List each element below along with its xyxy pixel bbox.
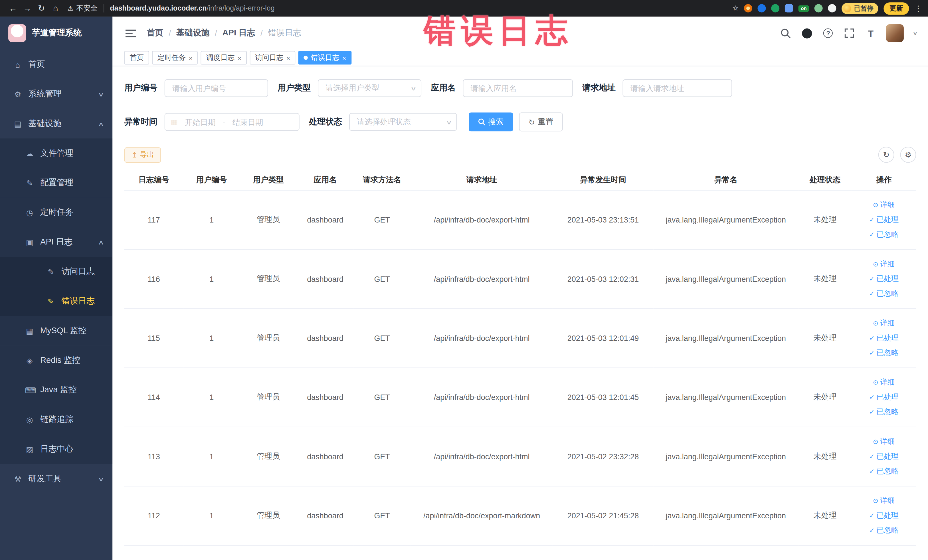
extension-on-badge[interactable]: on: [798, 5, 809, 12]
tab-error-log[interactable]: 错误日志 ×: [298, 51, 351, 64]
sidebar-item-label: 文件管理: [40, 148, 73, 159]
extension-icon-4[interactable]: [785, 4, 793, 12]
collapse-sidebar-icon[interactable]: [125, 29, 136, 38]
processed-link[interactable]: ✓已处理: [854, 508, 914, 523]
github-icon[interactable]: [801, 27, 813, 39]
bookmark-star-icon[interactable]: ☆: [732, 4, 739, 12]
detail-link[interactable]: ⊙详细: [854, 256, 914, 271]
paused-badge[interactable]: 已暂停: [841, 3, 878, 14]
cell: 112: [124, 486, 183, 545]
sidebar-item-file-management[interactable]: ☁ 文件管理: [0, 138, 112, 168]
sidebar-item-label: MySQL 监控: [40, 325, 87, 336]
check-icon: ✓: [869, 286, 875, 301]
ignored-link[interactable]: ✓已忽略: [854, 404, 914, 420]
detail-link[interactable]: ⊙详细: [854, 434, 914, 449]
sidebar-item-log-center[interactable]: ▨ 日志中心: [0, 435, 112, 464]
processed-link[interactable]: ✓已处理: [854, 271, 914, 286]
ignored-link[interactable]: ✓已忽略: [854, 227, 914, 242]
start-date-input[interactable]: [182, 117, 219, 127]
detail-link[interactable]: ⊙详细: [854, 197, 914, 212]
address-url[interactable]: dashboard.yudao.iocoder.cn/infra/log/api…: [110, 4, 275, 12]
user-id-input[interactable]: [165, 79, 268, 97]
search-button[interactable]: 搜索: [469, 112, 513, 131]
export-button[interactable]: ↥ 导出: [124, 147, 161, 163]
sidebar-item-config-management[interactable]: ✎ 配置管理: [0, 168, 112, 198]
end-date-input[interactable]: [229, 117, 267, 127]
processed-link[interactable]: ✓已处理: [854, 390, 914, 404]
sidebar-item-access-log[interactable]: ✎ 访问日志: [0, 257, 112, 287]
cell: 1: [183, 427, 240, 486]
font-size-icon[interactable]: T: [865, 27, 877, 39]
page-content: 用户编号 用户类型 请选择用户类型 ∨ 应用名 请求地址: [112, 66, 928, 545]
log-icon: ▣: [25, 238, 34, 246]
avatar[interactable]: [886, 24, 904, 42]
sidebar-item-dev-tools[interactable]: ⚒ 研发工具 ∨: [0, 464, 112, 493]
detail-link[interactable]: ⊙详细: [854, 493, 914, 508]
user-type-select[interactable]: 请选择用户类型 ∨: [318, 79, 421, 97]
close-icon[interactable]: ×: [238, 54, 241, 61]
home-nav-icon[interactable]: ⌂: [49, 1, 63, 15]
emoji-icon: [843, 5, 851, 12]
extension-icon-3[interactable]: [771, 4, 780, 12]
detail-link[interactable]: ⊙详细: [854, 316, 914, 331]
process-status-select[interactable]: 请选择处理状态 ∨: [349, 113, 457, 131]
tab-access-log[interactable]: 访问日志 ×: [250, 51, 296, 64]
range-separator: -: [223, 117, 225, 127]
sidebar-item-scheduled-tasks[interactable]: ◷ 定时任务: [0, 198, 112, 227]
processed-link[interactable]: ✓已处理: [854, 331, 914, 345]
sidebar-item-redis-monitor[interactable]: ◈ Redis 监控: [0, 346, 112, 375]
exception-time-range[interactable]: ▦ -: [165, 113, 299, 131]
sidebar-item-system-management[interactable]: ⚙ 系统管理 ∨: [0, 79, 112, 109]
chevron-down-icon[interactable]: ∨: [913, 30, 919, 36]
cell: java.lang.IllegalArgumentException: [653, 190, 798, 249]
processed-link[interactable]: ✓已处理: [854, 449, 914, 464]
sidebar-item-api-log[interactable]: ▣ API 日志 ∧: [0, 227, 112, 257]
close-icon[interactable]: ×: [189, 54, 192, 61]
processed-link[interactable]: ✓已处理: [854, 212, 914, 227]
site-security[interactable]: ⚠ 不安全: [68, 3, 98, 13]
detail-link[interactable]: ⊙详细: [854, 375, 914, 390]
breadcrumb-item[interactable]: 首页: [147, 28, 163, 38]
reload-icon[interactable]: ↻: [34, 1, 49, 15]
ignored-link[interactable]: ✓已忽略: [854, 345, 914, 360]
ignored-link[interactable]: ✓已忽略: [854, 523, 914, 538]
update-button[interactable]: 更新: [884, 2, 909, 15]
forward-icon[interactable]: →: [20, 1, 35, 15]
breadcrumb-item[interactable]: API 日志: [223, 28, 255, 38]
column-header: 异常名: [653, 170, 798, 190]
eye-icon: ⊙: [873, 316, 878, 331]
sidebar-item-label: 链路追踪: [40, 414, 73, 425]
ignored-link[interactable]: ✓已忽略: [854, 464, 914, 478]
app-name-input[interactable]: [463, 79, 573, 97]
eye-icon: ⊙: [873, 256, 878, 271]
search-icon[interactable]: [780, 27, 791, 39]
breadcrumb-item[interactable]: 基础设施: [176, 28, 209, 38]
sidebar-item-home[interactable]: ⌂ 首页: [0, 50, 112, 79]
refresh-button[interactable]: ↻: [878, 147, 894, 163]
help-icon[interactable]: ?: [822, 27, 834, 39]
extension-icon-2[interactable]: [758, 4, 766, 12]
tab-home[interactable]: 首页: [124, 51, 149, 64]
cell: java.lang.IllegalArgumentException: [653, 486, 798, 545]
back-icon[interactable]: ←: [6, 1, 20, 15]
reset-button[interactable]: ↻ 重置: [519, 112, 563, 131]
ignored-link[interactable]: ✓已忽略: [854, 286, 914, 301]
breadcrumb-current: 错误日志: [268, 28, 301, 38]
sidebar-item-error-log[interactable]: ✎ 错误日志: [0, 287, 112, 316]
sidebar-item-java-monitor[interactable]: ⌨ Java 监控: [0, 375, 112, 405]
sidebar-item-tracing[interactable]: ◎ 链路追踪: [0, 405, 112, 435]
chrome-menu-icon[interactable]: ⋮: [914, 4, 922, 12]
column-settings-button[interactable]: ⚙: [900, 147, 916, 163]
close-icon[interactable]: ×: [342, 54, 346, 61]
extension-icon-6[interactable]: [815, 4, 823, 12]
request-url-input[interactable]: [623, 79, 732, 97]
sidebar-item-mysql-monitor[interactable]: ▦ MySQL 监控: [0, 316, 112, 346]
extension-icon-7[interactable]: [828, 4, 836, 12]
fullscreen-icon[interactable]: [844, 27, 855, 39]
column-header: 操作: [852, 170, 916, 190]
close-icon[interactable]: ×: [286, 54, 290, 61]
extension-icon-1[interactable]: [744, 4, 752, 12]
sidebar-item-infrastructure[interactable]: ▤ 基础设施 ∧: [0, 109, 112, 139]
tab-schedule-log[interactable]: 调度日志 ×: [201, 51, 247, 64]
tab-scheduled-tasks[interactable]: 定时任务 ×: [152, 51, 198, 64]
